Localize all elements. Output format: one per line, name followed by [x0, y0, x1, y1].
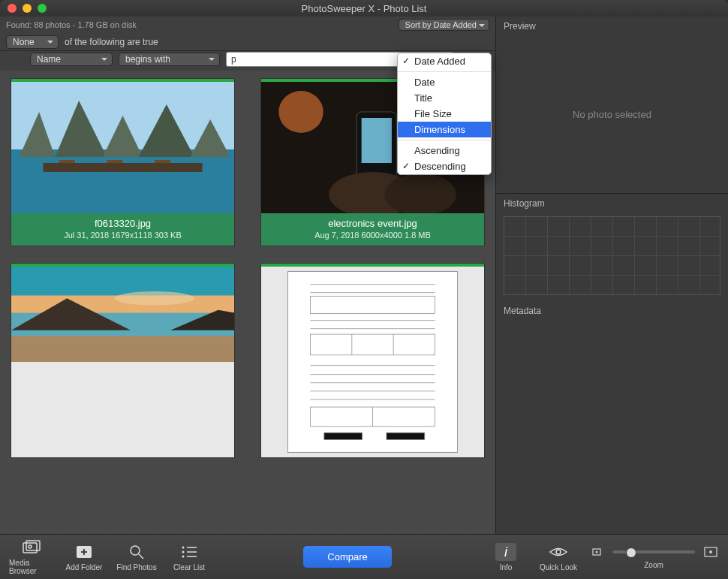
svg-rect-9 — [107, 160, 122, 163]
status-found: Found: 88 photos - 1.78 GB on disk — [6, 20, 137, 29]
compare-wrap: Compare — [303, 546, 391, 568]
toolbar-label: Find Photos — [116, 563, 156, 571]
window-title: PhotoSweeper X - Photo List — [0, 3, 728, 14]
svg-rect-1 — [11, 149, 234, 213]
svg-rect-31 — [310, 334, 435, 355]
svg-point-25 — [115, 291, 194, 305]
zoom-small-icon[interactable] — [588, 545, 605, 559]
sort-menu-item[interactable]: Descending — [398, 158, 491, 174]
menu-item-label: Title — [414, 92, 432, 104]
thumbnail-image — [11, 82, 234, 213]
menu-item-label: Dimensions — [414, 124, 465, 135]
sort-menu-item[interactable]: Title — [398, 90, 491, 106]
photo-card[interactable]: f0613320.jpg Jul 31, 2018 1679x1118 303 … — [11, 78, 235, 246]
filter-scope-select[interactable]: None — [6, 35, 59, 49]
clear-list-button[interactable]: Clear List — [167, 543, 212, 571]
thumbnail-image — [287, 271, 458, 453]
menu-item-label: Descending — [414, 161, 466, 172]
photo-meta: Jul 31, 2018 1679x1118 303 KB — [14, 231, 231, 240]
titlebar: PhotoSweeper X - Photo List — [0, 0, 728, 17]
menu-item-label: Date — [414, 77, 435, 88]
menu-item-label: Ascending — [414, 145, 460, 156]
window-controls — [0, 4, 47, 13]
photo-list-pane: Found: 88 photos - 1.78 GB on disk Sort … — [0, 17, 495, 534]
metadata-box — [496, 321, 728, 534]
photo-card[interactable] — [11, 263, 235, 458]
svg-rect-22 — [11, 336, 234, 362]
toolbar-label: Info — [500, 563, 513, 571]
photo-card[interactable] — [260, 263, 485, 458]
svg-point-53 — [182, 550, 185, 553]
svg-point-51 — [182, 546, 185, 548]
toolbar-label: Add Folder — [66, 563, 103, 571]
toolbar-label: Quick Look — [540, 563, 577, 571]
sort-button[interactable]: Sort by Date Added — [399, 19, 489, 31]
photo-meta: Aug 7, 2018 6000x4000 1.8 MB — [264, 231, 481, 240]
search-icon — [128, 544, 145, 560]
info-button[interactable]: i Info — [483, 543, 528, 571]
svg-rect-7 — [43, 163, 202, 172]
svg-point-49 — [131, 546, 140, 555]
maximize-icon[interactable] — [38, 4, 47, 13]
svg-line-50 — [139, 554, 143, 559]
quick-look-button[interactable]: Quick Look — [536, 543, 581, 571]
toolbar-label: Media Browser — [9, 559, 54, 575]
sort-menu-item[interactable]: Date Added — [398, 53, 491, 69]
eye-icon — [549, 545, 568, 559]
menu-item-label: File Size — [414, 108, 452, 119]
photo-filename: f0613320.jpg — [14, 218, 231, 229]
filter-scope-suffix: of the following are true — [65, 37, 158, 47]
filter-scope-label: None — [13, 37, 35, 47]
sort-menu-item[interactable]: Dimensions — [398, 122, 491, 137]
toolbar-label: Zoom — [644, 561, 663, 569]
photo-filename: electronics event.jpg — [264, 218, 481, 229]
svg-point-12 — [278, 91, 323, 133]
photos-stack-icon — [22, 540, 41, 555]
filter-field-select[interactable]: Name — [30, 53, 113, 66]
media-browser-button[interactable]: Media Browser — [9, 538, 54, 575]
sort-menu-item[interactable]: Ascending — [398, 143, 491, 158]
add-folder-button[interactable]: Add Folder — [62, 543, 107, 571]
filter-field-label: Name — [37, 54, 61, 65]
sort-button-label: Sort by Date Added — [405, 20, 477, 29]
svg-point-60 — [596, 550, 598, 553]
svg-rect-16 — [362, 118, 392, 163]
svg-rect-10 — [155, 160, 170, 163]
preview-title: Preview — [496, 17, 728, 36]
svg-rect-8 — [59, 160, 75, 163]
menu-item-label: Date Added — [414, 56, 465, 67]
compare-button[interactable]: Compare — [303, 546, 391, 568]
sort-menu-item[interactable]: Date — [398, 74, 491, 90]
compare-label: Compare — [327, 551, 367, 562]
toolbar: Media Browser Add Folder Find Photos Cle… — [0, 534, 728, 579]
clear-list-icon — [180, 544, 198, 559]
svg-text:i: i — [504, 544, 508, 559]
find-photos-button[interactable]: Find Photos — [114, 543, 159, 571]
filter-op-label: begins with — [125, 54, 170, 65]
close-icon[interactable] — [8, 4, 17, 13]
filter-op-select[interactable]: begins with — [119, 53, 220, 66]
inspector-pane: Preview No photo selected Histogram Meta… — [495, 17, 728, 534]
svg-rect-28 — [310, 296, 435, 313]
sort-menu: Date Added Date Title File Size Dimensio… — [397, 53, 492, 175]
preview-box: No photo selected — [496, 36, 728, 194]
svg-rect-42 — [387, 433, 425, 439]
folder-plus-icon — [75, 544, 93, 559]
minimize-icon[interactable] — [23, 4, 32, 13]
zoom-large-icon[interactable] — [702, 545, 719, 559]
svg-point-55 — [182, 555, 185, 557]
histogram-title: Histogram — [496, 194, 728, 213]
thumbnail-image — [11, 267, 234, 362]
svg-point-45 — [29, 545, 32, 548]
svg-rect-41 — [324, 433, 362, 439]
histogram-box — [504, 216, 720, 295]
svg-point-62 — [709, 550, 712, 553]
zoom-slider[interactable] — [612, 550, 695, 553]
toolbar-label: Clear List — [173, 563, 205, 571]
sort-menu-item[interactable]: File Size — [398, 106, 491, 122]
info-icon: i — [498, 544, 513, 559]
zoom-control — [588, 545, 719, 559]
metadata-title: Metadata — [496, 301, 728, 321]
preview-placeholder: No photo selected — [573, 109, 651, 120]
svg-point-58 — [556, 550, 561, 554]
